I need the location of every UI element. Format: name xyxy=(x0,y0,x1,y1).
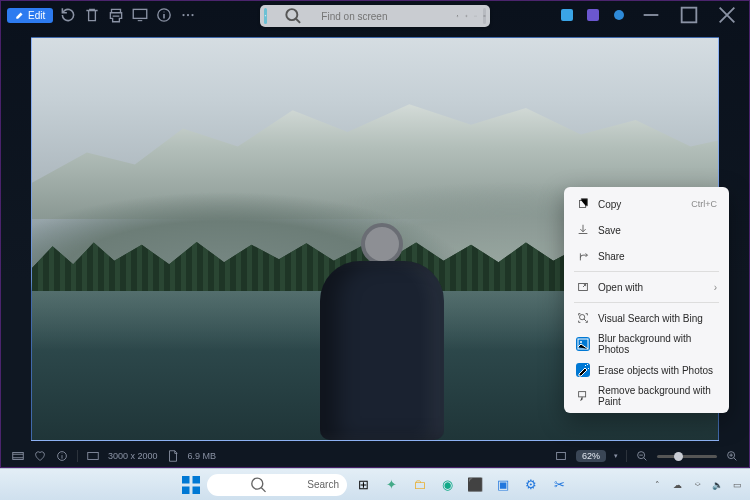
image-filesize: 6.9 MB xyxy=(188,451,217,461)
wifi-icon[interactable]: ⌔ xyxy=(690,478,704,492)
explorer-button[interactable]: 🗀 xyxy=(407,473,431,497)
search-more-button[interactable] xyxy=(474,8,477,24)
visual-search-icon xyxy=(576,311,590,325)
search-close-button[interactable] xyxy=(483,8,486,24)
copilot-button[interactable] xyxy=(465,8,468,24)
svg-point-2 xyxy=(183,14,185,16)
svg-rect-29 xyxy=(193,476,201,484)
tray-chevron[interactable]: ˄ xyxy=(650,478,664,492)
sys-app3[interactable] xyxy=(613,9,625,21)
svg-rect-10 xyxy=(457,15,458,16)
status-bar: 3000 x 2000 6.9 MB 62% ▾ xyxy=(1,445,749,467)
ctx-visual-search[interactable]: Visual Search with Bing xyxy=(568,305,725,331)
ctx-erase-obj[interactable]: Erase objects with Photos xyxy=(568,357,725,383)
find-on-screen-bar xyxy=(260,5,490,27)
favorite-button[interactable] xyxy=(33,449,47,463)
minimize-button[interactable] xyxy=(635,4,667,26)
status-info-button[interactable] xyxy=(55,449,69,463)
ctx-visual-search-label: Visual Search with Bing xyxy=(598,313,717,324)
ctx-open-with[interactable]: Open with › xyxy=(568,274,725,300)
print-icon xyxy=(107,6,125,24)
more-button[interactable] xyxy=(179,6,197,24)
ctx-remove-bg[interactable]: Remove background with Paint xyxy=(568,383,725,409)
snipping-tool[interactable]: ✂ xyxy=(547,473,571,497)
svg-rect-21 xyxy=(579,392,586,397)
svg-point-9 xyxy=(286,9,297,20)
ctx-share[interactable]: Share xyxy=(568,243,725,269)
copy-icon xyxy=(576,197,590,211)
filesize-icon xyxy=(166,449,180,463)
task-view-button[interactable]: ⊞ xyxy=(351,473,375,497)
settings-button[interactable]: ⚙ xyxy=(519,473,543,497)
image-dimensions: 3000 x 2000 xyxy=(108,451,158,461)
edit-button-label: Edit xyxy=(28,10,45,21)
save-icon xyxy=(576,223,590,237)
search-icon xyxy=(273,5,313,27)
start-button[interactable] xyxy=(179,473,203,497)
svg-point-12 xyxy=(466,16,467,17)
sys-app1[interactable] xyxy=(561,9,573,21)
info-button[interactable] xyxy=(155,6,173,24)
svg-rect-6 xyxy=(587,9,599,21)
ctx-save-label: Save xyxy=(598,225,717,236)
image-viewer: Copy Ctrl+C Save Share Open with › Visua… xyxy=(1,29,749,445)
ctx-separator xyxy=(574,271,719,272)
svg-point-32 xyxy=(252,478,263,489)
ctx-erase-obj-label: Erase objects with Photos xyxy=(598,365,717,376)
store-button[interactable]: ⬛ xyxy=(463,473,487,497)
svg-point-3 xyxy=(187,14,189,16)
ctx-blur-bg-label: Blur background with Photos xyxy=(598,333,717,355)
filmstrip-button[interactable] xyxy=(11,449,25,463)
trash-icon xyxy=(83,6,101,24)
zoom-slider[interactable] xyxy=(657,455,717,458)
system-tray: ˄ ☁ ⌔ 🔈 ▭ xyxy=(650,478,744,492)
mic-button[interactable] xyxy=(456,8,459,24)
search-icon xyxy=(215,474,302,496)
zoom-level[interactable]: 62% xyxy=(576,450,606,462)
svg-rect-30 xyxy=(182,486,190,494)
svg-rect-28 xyxy=(182,476,190,484)
slideshow-button[interactable] xyxy=(131,6,149,24)
svg-rect-5 xyxy=(561,9,573,21)
ctx-copy[interactable]: Copy Ctrl+C xyxy=(568,191,725,217)
find-input[interactable] xyxy=(319,10,450,23)
rotate-icon xyxy=(59,6,77,24)
print-button[interactable] xyxy=(107,6,125,24)
battery-icon[interactable]: ▭ xyxy=(730,478,744,492)
sys-app2[interactable] xyxy=(587,9,599,21)
edit-button[interactable]: Edit xyxy=(7,8,53,23)
zoom-in-button[interactable] xyxy=(725,449,739,463)
edge-button[interactable]: ◉ xyxy=(435,473,459,497)
ctx-remove-bg-label: Remove background with Paint xyxy=(598,385,717,407)
ai-icon[interactable] xyxy=(264,8,267,24)
svg-point-7 xyxy=(614,10,624,20)
svg-rect-22 xyxy=(13,453,24,460)
taskbar-search[interactable]: Search xyxy=(207,474,347,496)
ctx-save[interactable]: Save xyxy=(568,217,725,243)
taskbar-search-label: Search xyxy=(307,479,339,490)
info-icon xyxy=(155,6,173,24)
fullscreen-button[interactable] xyxy=(554,449,568,463)
context-menu: Copy Ctrl+C Save Share Open with › Visua… xyxy=(564,187,729,413)
volume-icon[interactable]: 🔈 xyxy=(710,478,724,492)
delete-button[interactable] xyxy=(83,6,101,24)
ctx-blur-bg[interactable]: Blur background with Photos xyxy=(568,331,725,357)
pencil-icon xyxy=(15,10,25,20)
close-button[interactable] xyxy=(711,4,743,26)
chevron-right-icon: › xyxy=(714,282,717,293)
rotate-button[interactable] xyxy=(59,6,77,24)
onedrive-icon[interactable]: ☁ xyxy=(670,478,684,492)
open-with-icon xyxy=(576,280,590,294)
ellipsis-icon xyxy=(179,6,197,24)
share-icon xyxy=(576,249,590,263)
windows-taskbar: Search ⊞ ✦ 🗀 ◉ ⬛ ▣ ⚙ ✂ ˄ ☁ ⌔ 🔈 ▭ xyxy=(0,468,750,500)
svg-rect-0 xyxy=(133,9,147,18)
slideshow-icon xyxy=(131,6,149,24)
ctx-copy-label: Copy xyxy=(598,199,683,210)
copilot-taskbar[interactable]: ✦ xyxy=(379,473,403,497)
maximize-button[interactable] xyxy=(673,4,705,26)
zoom-out-button[interactable] xyxy=(635,449,649,463)
svg-rect-24 xyxy=(88,453,99,460)
photos-taskbar[interactable]: ▣ xyxy=(491,473,515,497)
svg-point-4 xyxy=(192,14,194,16)
